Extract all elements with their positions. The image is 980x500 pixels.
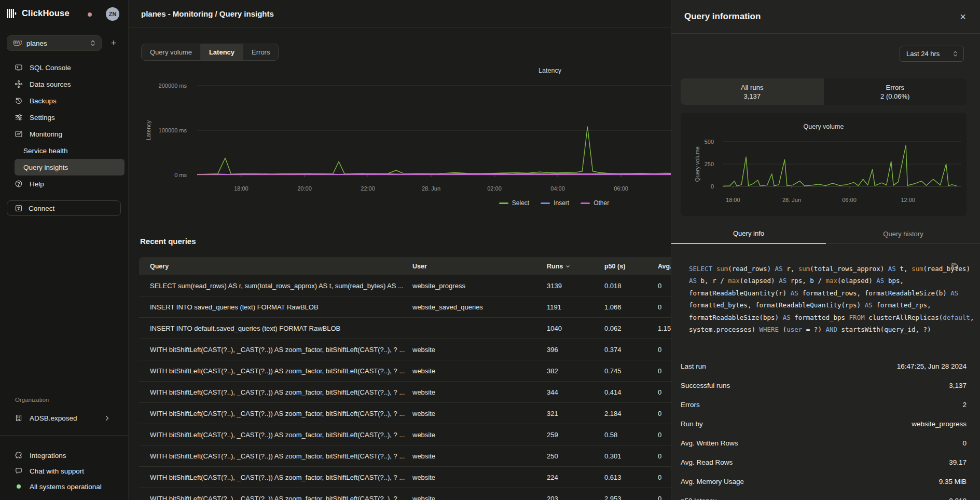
panel-header: Query information × bbox=[671, 0, 980, 34]
sidebar-item-label: Data sources bbox=[30, 80, 71, 88]
time-range-value: Last 24 hrs bbox=[906, 50, 940, 58]
sidebar-item-query-insights[interactable]: Query insights bbox=[15, 159, 125, 175]
user-cell: website bbox=[412, 367, 547, 375]
svg-text:Latency: Latency bbox=[145, 120, 151, 140]
user-cell: website_saved_queries bbox=[412, 303, 547, 311]
table-row[interactable]: WITH bitShiftLeft(CAST(?..), _CAST(?..))… bbox=[139, 445, 699, 467]
connect-label: Connect bbox=[29, 205, 54, 212]
runs-cell: 3139 bbox=[547, 282, 604, 290]
svg-text:06:00: 06:00 bbox=[842, 197, 857, 203]
svg-text:22:00: 22:00 bbox=[361, 185, 375, 192]
table-header-row: QueryUserRunsp50 (s)Avg. bbox=[139, 257, 699, 275]
copy-icon[interactable] bbox=[950, 262, 960, 272]
query-stats-list: Last run16:47:25, Jun 28 2024Successful … bbox=[681, 357, 967, 500]
sidebar-item-label: All systems operational bbox=[30, 483, 102, 491]
organization-item[interactable]: ADSB.exposed bbox=[7, 410, 121, 426]
sidebar-item-settings[interactable]: Settings bbox=[15, 109, 125, 126]
chevron-updown-icon bbox=[953, 50, 958, 57]
table-row[interactable]: WITH bitShiftLeft(CAST(?..), _CAST(?..))… bbox=[139, 360, 699, 382]
query-volume-plot: 500250018:0028. Jun06:0012:00Query volum… bbox=[681, 113, 967, 216]
p50-cell: 0.301 bbox=[604, 452, 658, 460]
latency-chart-legend: SelectInsertOther bbox=[450, 199, 658, 207]
stat-value: 39.17 bbox=[949, 458, 967, 466]
table-row[interactable]: WITH bitShiftLeft(CAST(?..), _CAST(?..))… bbox=[139, 488, 699, 500]
sidebar-item-label: Query insights bbox=[23, 164, 68, 171]
stat-label: Last run bbox=[681, 362, 706, 370]
sidebar-item-sql-console[interactable]: SQL Console bbox=[15, 59, 125, 76]
close-icon[interactable]: × bbox=[956, 9, 970, 24]
legend-item-insert[interactable]: Insert bbox=[541, 199, 569, 207]
table-row[interactable]: WITH bitShiftLeft(CAST(?..), _CAST(?..))… bbox=[139, 403, 699, 424]
column-header-p50-s[interactable]: p50 (s) bbox=[604, 263, 658, 270]
panel-title: Query information bbox=[684, 0, 761, 33]
runs-cell: 259 bbox=[547, 431, 604, 439]
svg-text:200000 ms: 200000 ms bbox=[159, 83, 187, 89]
stat-tab-all-runs[interactable]: All runs3,137 bbox=[681, 78, 824, 105]
stat-value: 9.35 MiB bbox=[939, 478, 967, 485]
stat-label: Successful runs bbox=[681, 382, 730, 389]
stat-row-errors: Errors2 bbox=[681, 395, 967, 414]
tab-query-info[interactable]: Query info bbox=[671, 224, 826, 244]
table-row[interactable]: INSERT INTO saved_queries (text) FORMAT … bbox=[139, 296, 699, 318]
runs-cell: 382 bbox=[547, 367, 604, 375]
notification-dot[interactable] bbox=[88, 12, 92, 17]
stat-tab-errors[interactable]: Errors2 (0.06%) bbox=[824, 78, 967, 105]
backups-icon bbox=[15, 97, 23, 105]
stat-value: 2 bbox=[962, 401, 967, 409]
user-cell: website bbox=[412, 410, 547, 417]
query-cell: INSERT INTO saved_queries (text) FORMAT … bbox=[139, 303, 412, 311]
svg-text:28. Jun: 28. Jun bbox=[782, 197, 801, 203]
table-row[interactable]: WITH bitShiftLeft(CAST(?..), _CAST(?..))… bbox=[139, 382, 699, 403]
sidebar-item-label: Help bbox=[30, 180, 44, 188]
stat-row-p50-latency: p50 latency0.018 bbox=[681, 491, 967, 500]
column-header-query[interactable]: Query bbox=[139, 263, 412, 270]
column-header-user[interactable]: User bbox=[412, 263, 547, 270]
sidebar-item-service-health[interactable]: Service health bbox=[15, 142, 125, 159]
legend-item-select[interactable]: Select bbox=[499, 199, 529, 207]
avatar[interactable]: ZN bbox=[106, 7, 119, 21]
runs-cell: 224 bbox=[547, 474, 604, 481]
nav-list: SQL ConsoleData sourcesBackupsSettingsMo… bbox=[0, 59, 128, 192]
sidebar-item-integrations[interactable]: Integrations bbox=[7, 448, 121, 463]
time-range-select[interactable]: Last 24 hrs bbox=[900, 46, 964, 62]
runs-cell: 321 bbox=[547, 410, 604, 417]
table-row[interactable]: WITH bitShiftLeft(CAST(?..), _CAST(?..))… bbox=[139, 424, 699, 445]
runs-cell: 396 bbox=[547, 346, 604, 354]
query-cell: SELECT sum(read_rows) AS r, sum(total_ro… bbox=[139, 282, 412, 290]
stat-value: website_progress bbox=[912, 420, 967, 428]
p50-cell: 0.414 bbox=[604, 388, 658, 396]
runs-cell: 203 bbox=[547, 495, 604, 500]
chat-icon bbox=[15, 467, 23, 475]
stat-value: 0.018 bbox=[949, 497, 967, 500]
runs-cell: 250 bbox=[547, 452, 604, 460]
sidebar-item-data-sources[interactable]: Data sources bbox=[15, 76, 125, 92]
sidebar-item-label: Chat with support bbox=[30, 467, 84, 475]
stat-row-run-by: Run bywebsite_progress bbox=[681, 414, 967, 434]
sidebar-divider bbox=[0, 435, 128, 436]
query-cell: WITH bitShiftLeft(CAST(?..), _CAST(?..))… bbox=[139, 346, 412, 354]
stat-row-last-run: Last run16:47:25, Jun 28 2024 bbox=[681, 357, 967, 376]
table-row[interactable]: WITH bitShiftLeft(CAST(?..), _CAST(?..))… bbox=[139, 339, 699, 360]
p50-cell: 0.745 bbox=[604, 367, 658, 375]
stat-row-successful-runs: Successful runs3,137 bbox=[681, 376, 967, 395]
table-row[interactable]: WITH bitShiftLeft(CAST(?..), _CAST(?..))… bbox=[139, 467, 699, 488]
stat-tab-label: All runs bbox=[741, 84, 763, 91]
column-header-runs[interactable]: Runs bbox=[547, 263, 604, 270]
legend-dash bbox=[499, 202, 508, 204]
svg-text:0: 0 bbox=[711, 183, 714, 190]
sidebar-item-all-systems-operational[interactable]: All systems operational bbox=[7, 479, 121, 494]
table-row[interactable]: INSERT INTO default.saved_queries (text)… bbox=[139, 318, 699, 339]
runs-errors-tabs: All runs3,137Errors2 (0.06%) bbox=[681, 78, 967, 105]
tab-query-history[interactable]: Query history bbox=[826, 224, 980, 244]
add-service-button[interactable]: + bbox=[107, 36, 120, 50]
p50-cell: 0.613 bbox=[604, 474, 658, 481]
sidebar-item-monitoring[interactable]: Monitoring bbox=[15, 126, 125, 142]
legend-item-other[interactable]: Other bbox=[581, 199, 609, 207]
connect-button[interactable]: Connect bbox=[7, 200, 121, 216]
stat-value: 0 bbox=[962, 439, 967, 447]
table-row[interactable]: SELECT sum(read_rows) AS r, sum(total_ro… bbox=[139, 275, 699, 296]
sidebar-item-help[interactable]: Help bbox=[15, 175, 125, 192]
service-selector[interactable]: aws planes bbox=[7, 35, 102, 51]
sidebar-item-backups[interactable]: Backups bbox=[15, 92, 125, 109]
sidebar-item-chat-with-support[interactable]: Chat with support bbox=[7, 463, 121, 479]
